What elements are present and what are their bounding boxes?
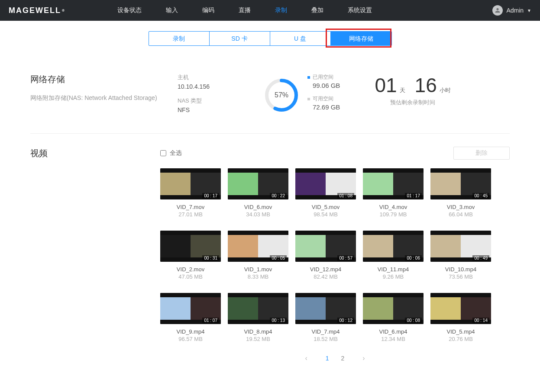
video-duration: 00 : 14 xyxy=(472,318,489,323)
chevron-down-icon: ▼ xyxy=(527,8,531,13)
video-duration: 00 : 49 xyxy=(472,255,489,261)
video-card[interactable]: 01 : 07 VID_9.mp4 96.57 MB xyxy=(160,293,221,342)
nav-item-6[interactable]: 系统设置 xyxy=(348,6,372,14)
video-duration: 00 : 57 xyxy=(337,255,354,261)
main-panel: 网络存储 网络附加存储(NAS: Network Attached Storag… xyxy=(4,56,536,379)
nav-item-4[interactable]: 录制 xyxy=(275,6,287,14)
video-thumb: 00 : 31 xyxy=(160,231,221,262)
nav-item-0[interactable]: 设备状态 xyxy=(117,6,142,14)
video-card[interactable]: 00 : 12 VID_7.mp4 18.52 MB xyxy=(295,293,356,342)
video-card[interactable]: 00 : 17 VID_7.mov 27.01 MB xyxy=(160,168,221,218)
video-size: 9.26 MB xyxy=(363,273,424,280)
nav-item-5[interactable]: 叠加 xyxy=(311,6,323,14)
hours-unit: 小时 xyxy=(440,87,451,94)
video-name: VID_6.mp4 xyxy=(363,328,424,335)
video-thumb: 00 : 45 xyxy=(430,168,491,199)
video-size: 47.05 MB xyxy=(160,273,221,280)
video-name: VID_5.mov xyxy=(295,204,356,210)
video-duration: 00 : 31 xyxy=(202,255,219,261)
video-size: 18.52 MB xyxy=(295,336,356,342)
free-value: 72.69 GB xyxy=(313,103,340,111)
video-thumb: 00 : 08 xyxy=(363,293,424,324)
remaining-time: 01 天 16 小时 xyxy=(375,74,450,97)
video-duration: 01 : 17 xyxy=(405,193,422,199)
video-size: 34.03 MB xyxy=(228,211,288,218)
video-card[interactable]: 00 : 22 VID_6.mov 34.03 MB xyxy=(228,168,288,218)
video-card[interactable]: 00 : 06 VID_11.mp4 9.26 MB xyxy=(363,231,424,280)
video-size: 82.42 MB xyxy=(295,273,356,280)
delete-button[interactable]: 删除 xyxy=(453,147,510,160)
used-value: 99.06 GB xyxy=(313,82,340,89)
video-name: VID_4.mov xyxy=(363,204,424,210)
page-1[interactable]: 1 xyxy=(326,355,329,362)
video-duration: 00 : 17 xyxy=(202,193,219,199)
select-all-checkbox[interactable] xyxy=(160,150,166,156)
brand-logo: MAGEWELL® xyxy=(9,6,65,15)
subtabs-container: 录制SD 卡U 盘网络存储 xyxy=(0,31,540,46)
video-thumb: 00 : 06 xyxy=(363,231,424,262)
video-card[interactable]: 01 : 08 VID_5.mov 98.54 MB xyxy=(295,168,356,218)
video-name: VID_1.mov xyxy=(228,266,288,273)
video-size: 73.56 MB xyxy=(430,273,491,280)
video-thumb: 01 : 08 xyxy=(295,168,356,199)
video-card[interactable]: 00 : 31 VID_2.mov 47.05 MB xyxy=(160,231,221,280)
video-size: 8.33 MB xyxy=(228,273,288,280)
video-size: 20.76 MB xyxy=(430,336,491,342)
video-size: 19.52 MB xyxy=(228,336,288,342)
video-size: 98.54 MB xyxy=(295,211,356,218)
next-page-icon[interactable]: › xyxy=(362,354,365,362)
video-thumb: 00 : 12 xyxy=(295,293,356,324)
remaining-time-label: 预估剩余录制时间 xyxy=(375,99,450,106)
subtab-1[interactable]: SD 卡 xyxy=(210,32,270,45)
video-card[interactable]: 00 : 14 VID_5.mp4 20.76 MB xyxy=(430,293,491,342)
video-card[interactable]: 00 : 08 VID_6.mp4 12.34 MB xyxy=(363,293,424,342)
subtab-3[interactable]: 网络存储 xyxy=(331,32,391,45)
nav-item-3[interactable]: 直播 xyxy=(239,6,251,14)
storage-title: 网络存储 xyxy=(30,74,160,85)
select-all-label: 全选 xyxy=(170,149,182,157)
nav-item-2[interactable]: 编码 xyxy=(202,6,214,14)
video-size: 96.57 MB xyxy=(160,336,221,342)
video-card[interactable]: 00 : 05 VID_1.mov 8.33 MB xyxy=(228,231,288,280)
video-card[interactable]: 00 : 49 VID_10.mp4 73.56 MB xyxy=(430,231,491,280)
subtab-0[interactable]: 录制 xyxy=(149,32,210,45)
video-thumb: 00 : 14 xyxy=(430,293,491,324)
video-thumb: 00 : 13 xyxy=(228,293,288,324)
video-card[interactable]: 01 : 17 VID_4.mov 109.79 MB xyxy=(363,168,424,218)
video-name: VID_3.mov xyxy=(430,204,491,210)
host-value: 10.10.4.156 xyxy=(178,83,247,90)
free-dot-icon xyxy=(307,98,310,100)
nas-type-label: NAS 类型 xyxy=(178,97,247,105)
video-name: VID_2.mov xyxy=(160,266,221,273)
video-name: VID_12.mp4 xyxy=(295,266,356,273)
video-duration: 01 : 07 xyxy=(202,318,219,323)
video-size: 66.04 MB xyxy=(430,211,491,218)
select-all[interactable]: 全选 xyxy=(160,149,182,157)
host-label: 主机 xyxy=(178,74,247,81)
hours-value: 16 xyxy=(415,74,437,97)
video-thumb: 00 : 49 xyxy=(430,231,491,262)
used-label: 已用空间 xyxy=(313,74,333,81)
user-name: Admin xyxy=(506,7,524,14)
video-duration: 00 : 13 xyxy=(270,318,287,323)
nav-item-1[interactable]: 输入 xyxy=(166,6,178,14)
days-unit: 天 xyxy=(400,87,405,94)
storage-subtitle: 网络附加存储(NAS: Network Attached Storage) xyxy=(30,93,160,103)
video-header: 视频 全选 删除 xyxy=(30,147,510,160)
video-name: VID_10.mp4 xyxy=(430,266,491,273)
video-card[interactable]: 00 : 45 VID_3.mov 66.04 MB xyxy=(430,168,491,218)
usage-ring: 57% xyxy=(264,78,299,112)
page-2[interactable]: 2 xyxy=(341,355,345,362)
days-value: 01 xyxy=(375,74,397,97)
usage-percent: 57% xyxy=(264,78,299,112)
divider xyxy=(30,133,510,134)
video-duration: 01 : 08 xyxy=(337,193,354,199)
video-thumb: 00 : 17 xyxy=(160,168,221,199)
video-thumb: 00 : 05 xyxy=(228,231,288,262)
prev-page-icon[interactable]: ‹ xyxy=(305,354,307,362)
video-card[interactable]: 00 : 57 VID_12.mp4 82.42 MB xyxy=(295,231,356,280)
user-menu[interactable]: Admin ▼ xyxy=(492,5,531,16)
video-card[interactable]: 00 : 13 VID_8.mp4 19.52 MB xyxy=(228,293,288,342)
subtab-2[interactable]: U 盘 xyxy=(270,32,331,45)
video-size: 12.34 MB xyxy=(363,336,424,342)
